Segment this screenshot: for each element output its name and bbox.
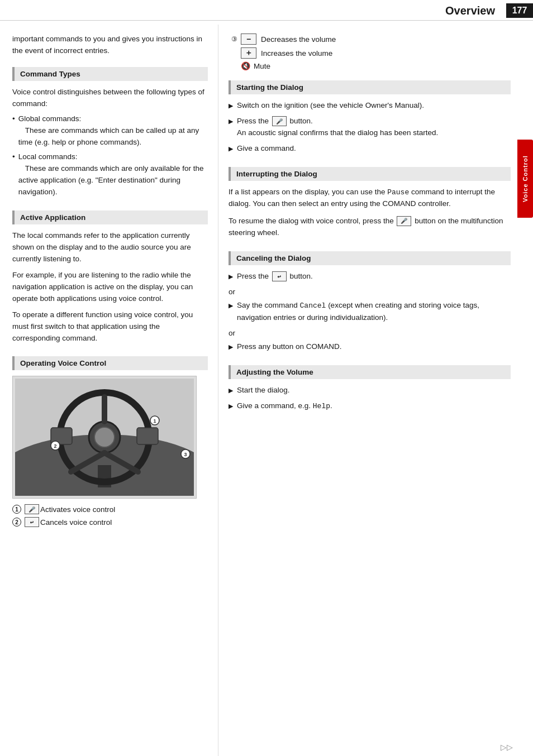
legend-item-1: 1 🎤 Activates voice control <box>12 504 208 514</box>
side-tab-label: Voice Control <box>522 155 529 202</box>
legend-label-1: Activates voice control <box>40 505 115 514</box>
canceling-step-1: ▶ Press the ↩ button. <box>229 271 511 283</box>
svg-text:2: 2 <box>54 443 56 449</box>
adjusting-volume-heading: Adjusting the Volume <box>229 365 511 379</box>
interrupting-dialog-body: If a list appears on the display, you ca… <box>229 186 511 239</box>
operating-vc-heading: Operating Voice Control <box>12 356 208 370</box>
legend-item-2: 2 ↩ Cancels voice control <box>12 517 208 527</box>
section-starting-dialog: Starting the Dialog ▶ Switch on the igni… <box>229 80 511 155</box>
starting-step-3-text: Give a command. <box>237 143 296 155</box>
arrow-icon: ▶ <box>229 144 233 154</box>
starting-step-2-text: Press the 🎤 button.An acoustic signal co… <box>237 116 438 139</box>
command-types-heading: Command Types <box>12 67 208 81</box>
svg-text:PB2.87-2208-31: PB2.87-2208-31 <box>143 489 180 494</box>
canceling-step-3: ▶ Press any button on COMAND. <box>229 341 511 353</box>
vol-num-3: ③ <box>229 35 237 43</box>
arrow-icon: ▶ <box>229 401 233 411</box>
voice-button-icon-3: 🎤 <box>397 216 411 226</box>
back-button-icon-1: ↩ <box>25 517 39 527</box>
voice-button-icon-1: 🎤 <box>25 504 39 514</box>
page-title: Overview <box>445 4 495 17</box>
canceling-step-1-text: Press the ↩ button. <box>237 271 313 283</box>
bullet-global: • Global commands: These are commands wh… <box>12 113 208 149</box>
decrease-label: Decreases the volume <box>261 35 336 44</box>
active-application-body: The local commands refer to the applicat… <box>12 230 208 344</box>
canceling-step-3-text: Press any button on COMAND. <box>237 341 342 353</box>
decrease-button-icon: − <box>241 34 256 45</box>
mute-label: Mute <box>254 62 270 70</box>
intro-text: important commands to you and gives you … <box>12 34 208 57</box>
bullet-global-label: Global commands: <box>18 114 82 123</box>
increase-button-icon: ＋ <box>241 47 256 59</box>
adjusting-step-1: ▶ Start the dialog. <box>229 385 511 396</box>
starting-dialog-heading: Starting the Dialog <box>229 80 511 94</box>
page-number: 177 <box>506 3 533 18</box>
starting-dialog-body: ▶ Switch on the ignition (see the vehicl… <box>229 100 511 155</box>
legend-label-2: Cancels voice control <box>40 518 112 527</box>
section-active-application: Active Application The local commands re… <box>12 210 208 344</box>
starting-step-3: ▶ Give a command. <box>229 143 511 155</box>
bullet-local: • Local commands: These are commands whi… <box>12 151 208 198</box>
interrupting-p2: To resume the dialog with voice control,… <box>229 216 511 239</box>
arrow-icon: ▶ <box>229 101 233 111</box>
canceling-step-2: ▶ Say the command Cancel (except when cr… <box>229 300 511 323</box>
arrow-icon: ▶ <box>229 301 233 310</box>
interrupting-dialog-heading: Interrupting the Dialog <box>229 167 511 181</box>
svg-text:1: 1 <box>153 418 156 424</box>
svg-point-5 <box>94 427 115 447</box>
arrow-icon: ▶ <box>229 272 233 281</box>
starting-step-2: ▶ Press the 🎤 button.An acoustic signal … <box>229 116 511 139</box>
main-content: important commands to you and gives you … <box>0 25 517 756</box>
voice-button-icon-2: 🎤 <box>272 116 287 126</box>
active-app-p1: The local commands refer to the applicat… <box>12 230 208 265</box>
canceling-dialog-body: ▶ Press the ↩ button. or ▶ Say the comma… <box>229 271 511 353</box>
bullet-global-sub: These are commands which can be called u… <box>18 126 199 146</box>
legend-num-2: 2 <box>12 518 21 527</box>
arrow-icon: ▶ <box>229 342 233 352</box>
or-sep-1: or <box>229 286 511 298</box>
section-adjusting-volume: Adjusting the Volume ▶ Start the dialog.… <box>229 365 511 412</box>
section-operating-vc: Operating Voice Control <box>12 356 208 527</box>
section-command-types: Command Types Voice control distinguishe… <box>12 67 208 198</box>
section-interrupting-dialog: Interrupting the Dialog If a list appear… <box>229 167 511 239</box>
left-column: important commands to you and gives you … <box>0 25 218 756</box>
legend-list: 1 🎤 Activates voice control 2 ↩ Cancels … <box>12 504 208 527</box>
volume-decrease-item: ③ − Decreases the volume <box>229 34 511 45</box>
adjusting-step-2-text: Give a command, e.g. Help. <box>237 400 332 412</box>
interrupting-p1: If a list appears on the display, you ca… <box>229 186 511 210</box>
arrow-icon: ▶ <box>229 117 233 126</box>
svg-text:3: 3 <box>184 452 187 457</box>
svg-rect-10 <box>137 428 158 444</box>
command-types-intro: Voice control distinguishes between the … <box>12 87 208 110</box>
side-tab: Voice Control <box>517 140 533 218</box>
canceling-step-2-text: Say the command Cancel (except when crea… <box>237 300 511 323</box>
right-column: ③ − Decreases the volume ＋ Increases the… <box>218 25 517 756</box>
mute-icon: 🔇 <box>241 61 250 70</box>
active-application-heading: Active Application <box>12 210 208 224</box>
volume-increase-item: ＋ Increases the volume <box>229 47 511 59</box>
canceling-dialog-heading: Canceling the Dialog <box>229 251 511 265</box>
image-block: 1 2 3 PB2.87-2208-31 <box>12 376 208 499</box>
starting-step-1: ▶ Switch on the ignition (see the vehicl… <box>229 100 511 112</box>
active-app-p3: To operate a different function using vo… <box>12 309 208 344</box>
or-sep-2: or <box>229 328 511 339</box>
arrow-icon: ▶ <box>229 386 233 395</box>
bullet-local-sub: These are commands which are only availa… <box>18 164 204 196</box>
adjusting-step-2: ▶ Give a command, e.g. Help. <box>229 400 511 412</box>
volume-list: ③ − Decreases the volume ＋ Increases the… <box>229 34 511 70</box>
bullet-local-label: Local commands: <box>18 152 78 161</box>
increase-label: Increases the volume <box>261 49 332 58</box>
volume-mute-item: 🔇 Mute <box>229 61 511 70</box>
bottom-navigation: ▷▷ <box>501 743 513 752</box>
back-button-icon-2: ↩ <box>272 271 287 281</box>
legend-num-1: 1 <box>12 505 21 514</box>
adjusting-step-1-text: Start the dialog. <box>237 385 290 396</box>
section-canceling-dialog: Canceling the Dialog ▶ Press the ↩ butto… <box>229 251 511 353</box>
adjusting-volume-body: ▶ Start the dialog. ▶ Give a command, e.… <box>229 385 511 412</box>
active-app-p2: For example, if you are listening to the… <box>12 270 208 305</box>
steering-wheel-image: 1 2 3 PB2.87-2208-31 <box>12 376 197 499</box>
page-header: Overview 177 <box>0 0 533 21</box>
starting-step-1-text: Switch on the ignition (see the vehicle … <box>237 100 424 112</box>
command-types-body: Voice control distinguishes between the … <box>12 87 208 198</box>
